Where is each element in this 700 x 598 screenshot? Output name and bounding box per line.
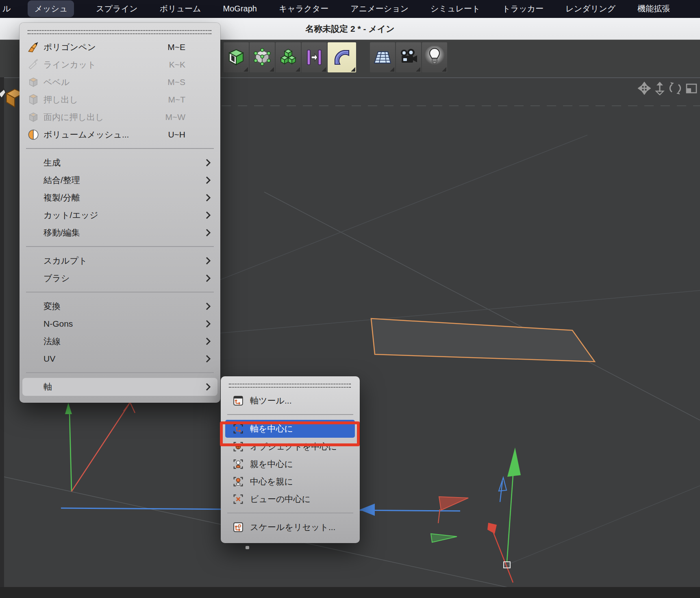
- menu-item-label: 変換: [43, 301, 205, 312]
- gizmo-origin-cube[interactable]: [504, 562, 510, 568]
- maximize-view-icon[interactable]: [685, 82, 698, 94]
- menu-item-label: 複製/分離: [43, 192, 205, 203]
- menu-item-label: UV: [43, 354, 205, 364]
- menu-item-label: 軸: [43, 381, 205, 393]
- x-axis-line[interactable]: [72, 404, 129, 491]
- submenu-tearoff-handle[interactable]: [229, 384, 351, 388]
- toolbar-camera-button[interactable]: [396, 42, 421, 72]
- submenu-item-reset-scale[interactable]: スケールをリセット...: [221, 518, 360, 536]
- center-object-icon: [233, 441, 243, 452]
- camera-icon: [398, 48, 419, 67]
- menubar-item-extensions[interactable]: 機能拡張: [637, 3, 670, 14]
- submenu-chevron-icon: [205, 302, 211, 311]
- submenu-item-center-object[interactable]: オブジェクトを中心に: [221, 438, 360, 455]
- menu-item-volume-mesh[interactable]: ボリュームメッシュ... U~H: [20, 126, 220, 143]
- menu-item-label: 結合/整理: [43, 175, 205, 186]
- menubar-item-clipped[interactable]: ル: [2, 3, 11, 14]
- menubar-item-animation[interactable]: アニメーション: [350, 3, 409, 14]
- menu-item-line-cut[interactable]: ラインカット K~K: [20, 56, 220, 73]
- left-edge-strip: [0, 77, 4, 587]
- menu-item-label: 法線: [43, 336, 205, 347]
- menu-item-extrude[interactable]: 押し出し M~T: [20, 91, 220, 108]
- menubar-item-volume[interactable]: ボリューム: [160, 3, 201, 14]
- menu-item-cut-edge[interactable]: カット/エッジ: [20, 206, 220, 224]
- floor-grid-icon: [373, 48, 392, 67]
- rotate-view-icon[interactable]: [669, 81, 682, 95]
- volume-mesh-icon: [27, 129, 40, 141]
- submenu-chevron-icon: [205, 193, 211, 202]
- toolbar-edge-mode-button[interactable]: [224, 42, 249, 72]
- menubar-item-mograph[interactable]: MoGraph: [223, 4, 257, 13]
- menu-item-normals[interactable]: 法線: [20, 332, 220, 350]
- toolbar-point-mode-button[interactable]: [250, 42, 275, 72]
- menu-item-inner-extrude[interactable]: 面内に押し出し M~W: [20, 108, 220, 126]
- menu-separator: [26, 148, 214, 149]
- toolbar-polygon-mode-button[interactable]: [276, 42, 301, 72]
- polygon-cubes-icon: [278, 48, 298, 67]
- gizmo-x-arrowhead: [487, 523, 497, 534]
- menu-item-shortcut: M~W: [165, 112, 185, 122]
- submenu-chevron-icon: [205, 176, 211, 185]
- zoom-view-icon[interactable]: [654, 81, 665, 95]
- axis-submenu-panel: 軸ツール... 軸を中心に オブジェクトを中心に 親を中心に 中心を: [221, 376, 360, 543]
- menu-item-label: ベベル: [43, 76, 167, 88]
- y-axis-line[interactable]: [70, 413, 72, 491]
- pan-view-icon[interactable]: [638, 82, 651, 95]
- menubar-item-spline[interactable]: スプライン: [96, 3, 137, 14]
- menu-item-move-edit[interactable]: 移動/編集: [20, 224, 220, 241]
- menu-item-combine[interactable]: 結合/整理: [20, 171, 220, 189]
- gizmo-x-axis[interactable]: [493, 533, 513, 583]
- submenu-item-label: 親を中心に: [250, 458, 293, 470]
- menu-item-label: 押し出し: [43, 94, 168, 105]
- submenu-item-center-parent[interactable]: 親を中心に: [221, 455, 360, 473]
- swap-axis-icon: [304, 48, 324, 67]
- menu-item-ngons[interactable]: N-Gons: [20, 315, 220, 332]
- menu-tearoff-handle[interactable]: [28, 30, 211, 34]
- menu-item-uv[interactable]: UV: [20, 350, 220, 367]
- reset-scale-icon: [233, 522, 243, 533]
- menu-item-polygon-pen[interactable]: ポリゴンペン M~E: [20, 38, 220, 56]
- light-bulb-icon: [424, 46, 445, 69]
- submenu-item-axis-tool[interactable]: 軸ツール...: [221, 392, 360, 409]
- menu-item-generate[interactable]: 生成: [20, 154, 220, 171]
- menu-item-convert[interactable]: 変換: [20, 297, 220, 315]
- submenu-item-center-to-parent[interactable]: 中心を親に: [221, 473, 360, 490]
- y-plane-handle[interactable]: [431, 534, 457, 542]
- toolbar-light-button[interactable]: [422, 42, 447, 72]
- toolbar-floor-button[interactable]: [370, 42, 395, 72]
- submenu-item-center-view[interactable]: ビューの中心に: [221, 490, 360, 508]
- menubar-item-mesh[interactable]: メッシュ: [28, 0, 74, 17]
- submenu-separator: [227, 414, 353, 415]
- submenu-item-label: オブジェクトを中心に: [250, 441, 337, 452]
- submenu-item-label: スケールをリセット...: [250, 522, 335, 533]
- menu-item-clone-split[interactable]: 複製/分離: [20, 189, 220, 206]
- menu-item-axis[interactable]: 軸: [22, 378, 217, 396]
- menu-item-label: ラインカット: [43, 59, 169, 70]
- toolbar-bevel-tool-button[interactable]: [328, 42, 356, 72]
- menu-item-label: N-Gons: [43, 319, 205, 329]
- clipped-arrow-cube-icon: [0, 82, 20, 112]
- menubar-item-character[interactable]: キャラクター: [279, 3, 328, 14]
- axis-tool-icon: [233, 395, 243, 406]
- menu-item-sculpt[interactable]: スカルプト: [20, 252, 220, 269]
- menu-item-label: スカルプト: [43, 255, 205, 266]
- submenu-chevron-icon: [205, 228, 211, 237]
- extrude-icon: [27, 94, 40, 106]
- selected-polygon-plane[interactable]: [371, 319, 595, 362]
- submenu-chevron-icon: [205, 274, 211, 283]
- menu-item-brush[interactable]: ブラシ: [20, 269, 220, 287]
- menu-item-bevel[interactable]: ベベル M~S: [20, 73, 220, 91]
- menubar-item-simulate[interactable]: シミュレート: [430, 3, 480, 14]
- submenu-item-center-axis[interactable]: 軸を中心に: [225, 420, 355, 438]
- x-plane-handle[interactable]: [439, 497, 468, 510]
- menubar-item-rendering[interactable]: レンダリング: [565, 3, 615, 14]
- submenu-item-label: ビューの中心に: [250, 493, 311, 505]
- menubar-item-tracker[interactable]: トラッカー: [502, 3, 543, 14]
- submenu-item-label: 軸を中心に: [250, 423, 293, 434]
- grid-line: [205, 135, 587, 286]
- toolbar-swap-button[interactable]: [302, 42, 327, 72]
- menu-item-shortcut: M~E: [167, 42, 185, 52]
- gizmo-y-axis[interactable]: [507, 475, 513, 562]
- x-axis-arrowhead: [124, 402, 135, 413]
- edge-cube-icon: [226, 48, 246, 67]
